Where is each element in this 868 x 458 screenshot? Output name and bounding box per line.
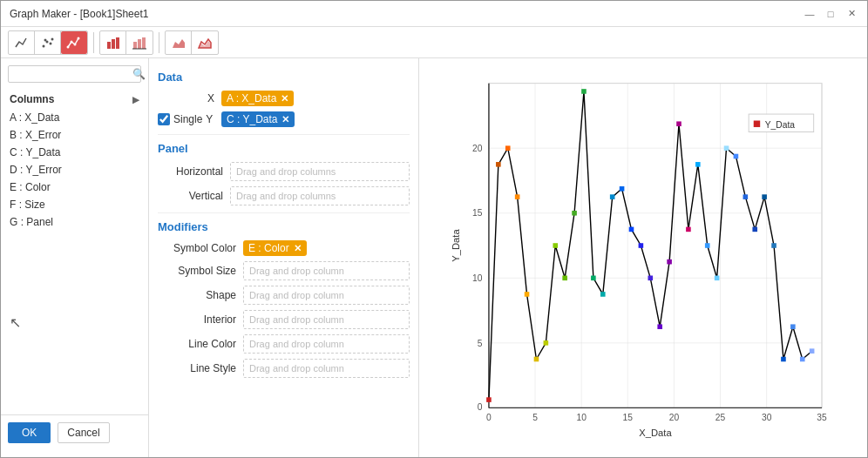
column-item-b[interactable]: B : X_Error: [1, 126, 148, 144]
chart-svg: 0 5 10 15 20 0 5 10 15 20 25 30 35 X_Dat…: [428, 67, 858, 448]
cursor-area: ↖: [1, 231, 148, 414]
connected-scatter-icon: [66, 35, 82, 51]
single-checkbox[interactable]: [158, 113, 170, 125]
panel-section-title: Panel: [158, 142, 410, 155]
vertical-drop-zone[interactable]: Drag and drop columns: [230, 186, 410, 205]
search-bar[interactable]: 🔍: [8, 65, 141, 83]
svg-rect-75: [715, 276, 720, 281]
x-data-tag[interactable]: A : X_Data ✕: [221, 91, 294, 106]
divider-1: [158, 134, 410, 135]
symbol-size-drop-zone[interactable]: Drag and drop column: [243, 261, 410, 280]
svg-rect-11: [116, 37, 119, 49]
vertical-label: Vertical: [158, 190, 223, 202]
svg-rect-72: [686, 227, 691, 232]
x-tag-text: A : X_Data: [227, 92, 276, 104]
symbol-color-row: Symbol Color E : Color ✕: [158, 240, 410, 256]
maximize-button[interactable]: □: [824, 7, 837, 21]
area-chart-variant-button[interactable]: [192, 31, 218, 54]
svg-text:10: 10: [576, 413, 587, 422]
title-bar: Graph Maker - [Book1]Sheet1 — □ ✕: [1, 1, 867, 27]
line-chart-button[interactable]: [9, 31, 35, 54]
horizontal-drop-zone[interactable]: Drag and drop columns: [230, 162, 410, 181]
symbol-size-row: Symbol Size Drag and drop column: [158, 261, 410, 280]
svg-text:0: 0: [486, 413, 492, 422]
x-tag-close-icon[interactable]: ✕: [281, 93, 288, 104]
vertical-field-row: Vertical Drag and drop columns: [158, 186, 410, 205]
bar-chart-variant-button[interactable]: [126, 31, 153, 54]
y-label-text: Y: [206, 113, 213, 125]
svg-point-7: [74, 43, 77, 45]
toolbar-separator-2: [159, 32, 159, 53]
line-color-drop-zone[interactable]: Drag and drop column: [243, 334, 410, 354]
svg-point-4: [51, 37, 53, 40]
column-e-id: E :: [10, 181, 25, 193]
svg-text:15: 15: [623, 413, 634, 422]
interior-placeholder: Drag and drop column: [249, 314, 344, 325]
area-chart-button[interactable]: [166, 31, 192, 54]
interior-drop-zone[interactable]: Drag and drop column: [243, 310, 410, 329]
cancel-button[interactable]: Cancel: [58, 422, 109, 443]
bar-chart-variant-icon: [132, 35, 147, 51]
symbol-color-tag[interactable]: E : Color ✕: [243, 240, 307, 256]
column-f-name: Size: [24, 199, 44, 211]
svg-rect-73: [695, 162, 701, 167]
svg-rect-60: [572, 211, 577, 216]
svg-text:35: 35: [817, 413, 827, 422]
symbol-size-label: Symbol Size: [158, 265, 236, 277]
svg-text:15: 15: [472, 208, 483, 218]
x-field-row: X A : X_Data ✕: [158, 91, 410, 106]
svg-rect-71: [676, 121, 682, 126]
search-icon: 🔍: [132, 68, 146, 80]
chart-panel: 0 5 10 15 20 0 5 10 15 20 25 30 35 X_Dat…: [419, 58, 867, 457]
svg-text:5: 5: [532, 413, 538, 422]
svg-rect-59: [562, 276, 567, 281]
svg-rect-68: [648, 276, 653, 281]
svg-rect-58: [553, 243, 558, 248]
interior-label: Interior: [158, 313, 236, 326]
bar-chart-icon: [105, 35, 121, 51]
connected-scatter-button[interactable]: [61, 31, 87, 54]
svg-rect-66: [629, 227, 634, 232]
svg-rect-87: [754, 121, 760, 127]
svg-rect-62: [591, 276, 596, 281]
search-input[interactable]: [12, 69, 132, 79]
svg-rect-69: [657, 324, 662, 329]
line-color-label: Line Color: [158, 338, 236, 350]
area-chart-icon: [171, 35, 186, 51]
svg-rect-78: [743, 194, 749, 199]
column-item-d[interactable]: D : Y_Error: [1, 161, 148, 178]
svg-rect-52: [496, 162, 501, 167]
symbol-size-placeholder: Drag and drop column: [249, 266, 344, 276]
column-item-a[interactable]: A : X_Data: [1, 109, 148, 126]
column-e-name: Color: [25, 181, 51, 193]
y-tag-close-icon[interactable]: ✕: [281, 114, 289, 125]
scatter-chart-button[interactable]: [35, 31, 61, 54]
column-item-g[interactable]: G : Panel: [1, 213, 148, 231]
column-item-e[interactable]: E : Color: [1, 178, 148, 196]
bar-chart-button[interactable]: [100, 31, 126, 54]
y-tag-text: C : Y_Data: [227, 113, 277, 125]
shape-drop-zone[interactable]: Drag and drop column: [243, 286, 410, 305]
ok-button[interactable]: OK: [8, 422, 51, 443]
cursor-icon: ↖: [10, 314, 21, 331]
svg-rect-54: [515, 194, 520, 199]
symbol-color-label: Symbol Color: [158, 242, 236, 254]
svg-rect-12: [133, 42, 137, 49]
minimize-button[interactable]: —: [803, 7, 817, 21]
column-item-f[interactable]: F : Size: [1, 196, 148, 213]
svg-rect-51: [486, 397, 492, 402]
main-area: 🔍 Columns ▶ A : X_Data B : X_Error C : Y…: [1, 58, 867, 457]
svg-rect-81: [771, 243, 776, 248]
horizontal-label: Horizontal: [158, 165, 223, 178]
line-style-placeholder: Drag and drop column: [249, 363, 344, 374]
svg-rect-63: [600, 292, 606, 297]
column-c-name: Y_Data: [25, 146, 60, 158]
single-label-text: Single: [173, 113, 202, 125]
y-data-tag[interactable]: C : Y_Data ✕: [221, 111, 295, 127]
column-g-name: Panel: [26, 216, 53, 228]
line-style-drop-zone[interactable]: Drag and drop column: [243, 359, 410, 378]
svg-rect-10: [112, 39, 115, 49]
close-button[interactable]: ✕: [844, 7, 858, 21]
column-item-c[interactable]: C : Y_Data: [1, 144, 148, 161]
symbol-color-tag-close-icon[interactable]: ✕: [294, 243, 302, 254]
